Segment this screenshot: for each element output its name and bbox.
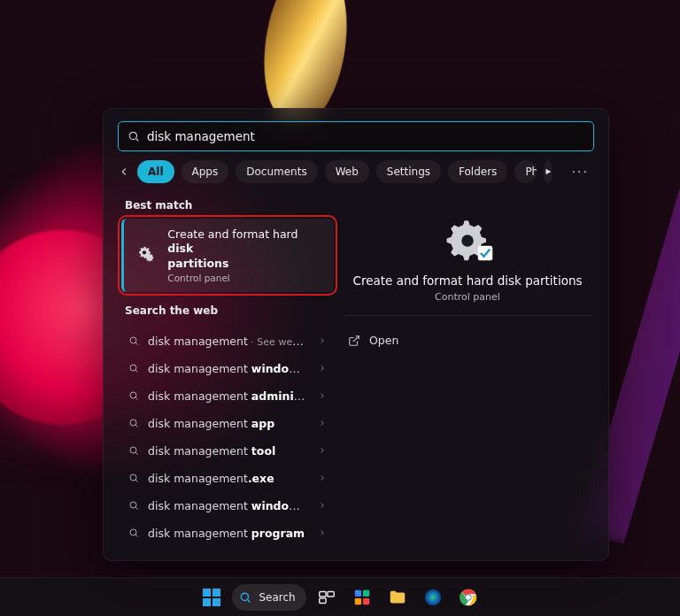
svg-point-18 bbox=[130, 529, 136, 535]
svg-point-34 bbox=[466, 595, 471, 600]
chevron-right-icon bbox=[318, 419, 327, 427]
chevron-right-icon bbox=[318, 446, 327, 455]
search-input[interactable] bbox=[147, 129, 584, 143]
checkmark-badge-icon bbox=[477, 245, 493, 261]
play-icon bbox=[544, 167, 552, 176]
web-result[interactable]: disk management administrator bbox=[121, 382, 334, 410]
svg-rect-30 bbox=[363, 597, 369, 604]
preview-action-label: Open bbox=[369, 334, 398, 347]
svg-point-20 bbox=[461, 235, 474, 247]
search-web-label: Search the web bbox=[125, 304, 334, 317]
tab-all[interactable]: All bbox=[137, 160, 174, 183]
svg-line-19 bbox=[135, 535, 137, 537]
chevron-right-icon bbox=[318, 501, 327, 510]
preview-pane: Create and format hard disk partitions C… bbox=[334, 192, 608, 560]
search-icon bbox=[128, 500, 139, 511]
start-button[interactable] bbox=[197, 582, 227, 612]
taskbar: Search bbox=[0, 577, 680, 616]
svg-point-6 bbox=[130, 365, 136, 371]
widgets-icon bbox=[352, 588, 372, 607]
taskbar-app-chrome[interactable] bbox=[453, 582, 483, 612]
web-result[interactable]: disk management app bbox=[121, 410, 334, 437]
svg-line-1 bbox=[136, 139, 139, 142]
svg-rect-26 bbox=[319, 597, 325, 603]
svg-point-0 bbox=[129, 132, 136, 139]
best-match-subtitle: Control panel bbox=[167, 273, 323, 283]
best-match-title: Create and format hard disk partitions bbox=[167, 227, 323, 271]
tab-folders[interactable]: Folders bbox=[448, 160, 507, 183]
chevron-right-icon bbox=[318, 336, 327, 345]
chevron-right-icon bbox=[318, 364, 327, 373]
search-icon bbox=[239, 591, 251, 604]
web-result[interactable]: disk management program bbox=[121, 520, 334, 547]
svg-rect-24 bbox=[319, 591, 325, 597]
tab-web[interactable]: Web bbox=[325, 160, 369, 183]
web-result[interactable]: disk management windows 11 bbox=[121, 355, 334, 382]
more-button[interactable]: ··· bbox=[567, 165, 594, 179]
svg-marker-2 bbox=[545, 169, 551, 175]
tab-documents[interactable]: Documents bbox=[236, 160, 317, 183]
svg-line-17 bbox=[135, 508, 137, 510]
web-result[interactable]: disk management windows 10 bbox=[121, 492, 334, 520]
svg-point-4 bbox=[130, 337, 136, 343]
chevron-right-icon bbox=[318, 528, 327, 537]
taskbar-search-label: Search bbox=[259, 591, 295, 604]
search-icon bbox=[128, 363, 139, 373]
task-view-button[interactable] bbox=[312, 582, 342, 612]
svg-line-9 bbox=[135, 398, 137, 400]
chevron-right-icon bbox=[318, 391, 327, 400]
taskbar-app-widgets[interactable] bbox=[347, 582, 377, 612]
back-button[interactable] bbox=[118, 160, 130, 183]
svg-line-23 bbox=[248, 599, 251, 602]
web-result[interactable]: disk management · See web results bbox=[121, 327, 334, 355]
gear-icon bbox=[444, 217, 491, 265]
search-icon bbox=[128, 390, 139, 401]
search-icon bbox=[128, 473, 139, 483]
open-external-icon bbox=[348, 335, 360, 347]
tab-apps[interactable]: Apps bbox=[182, 160, 229, 183]
svg-point-12 bbox=[130, 447, 136, 453]
taskbar-search[interactable]: Search bbox=[232, 584, 305, 611]
svg-point-3 bbox=[143, 251, 146, 255]
preview-action-open[interactable]: Open bbox=[343, 323, 592, 358]
best-match-label: Best match bbox=[125, 199, 334, 212]
gear-double-icon bbox=[136, 243, 158, 266]
arrow-left-icon bbox=[118, 166, 130, 178]
preview-title: Create and format hard disk partitions bbox=[353, 273, 583, 288]
search-icon bbox=[128, 418, 139, 428]
taskbar-app-edge[interactable] bbox=[418, 582, 448, 612]
svg-point-22 bbox=[242, 593, 249, 600]
filter-scroll-right[interactable] bbox=[544, 160, 552, 183]
folder-icon bbox=[388, 588, 407, 607]
svg-rect-28 bbox=[363, 589, 369, 596]
tab-photos[interactable]: Photos bbox=[514, 160, 536, 183]
start-search-window: All Apps Documents Web Settings Folders … bbox=[103, 108, 609, 561]
taskbar-app-explorer[interactable] bbox=[382, 582, 413, 612]
best-match-result[interactable]: Create and format hard disk partitions C… bbox=[121, 219, 334, 292]
task-view-icon bbox=[317, 588, 336, 607]
svg-point-16 bbox=[130, 502, 136, 508]
svg-point-31 bbox=[424, 589, 440, 604]
svg-line-11 bbox=[135, 426, 137, 427]
web-result[interactable]: disk management.exe bbox=[121, 465, 334, 492]
search-icon bbox=[128, 445, 139, 456]
search-bar[interactable] bbox=[118, 121, 594, 151]
svg-line-13 bbox=[135, 453, 137, 455]
chevron-right-icon bbox=[318, 474, 327, 482]
svg-point-14 bbox=[130, 474, 136, 481]
web-results-list: disk management · See web results disk m… bbox=[121, 327, 334, 547]
svg-line-5 bbox=[135, 343, 137, 345]
tab-settings[interactable]: Settings bbox=[376, 160, 441, 183]
preview-subtitle: Control panel bbox=[435, 291, 500, 303]
svg-line-15 bbox=[135, 481, 137, 482]
results-content: Best match Create and format hard disk p… bbox=[104, 192, 608, 560]
search-icon bbox=[128, 130, 140, 142]
svg-rect-25 bbox=[328, 591, 334, 597]
svg-point-8 bbox=[130, 392, 136, 398]
preview-hero: Create and format hard disk partitions C… bbox=[343, 201, 592, 316]
filter-row: All Apps Documents Web Settings Folders … bbox=[104, 160, 608, 192]
web-result[interactable]: disk management tool bbox=[121, 437, 334, 465]
svg-rect-27 bbox=[354, 589, 360, 596]
svg-rect-21 bbox=[478, 246, 493, 261]
svg-line-7 bbox=[135, 371, 137, 373]
